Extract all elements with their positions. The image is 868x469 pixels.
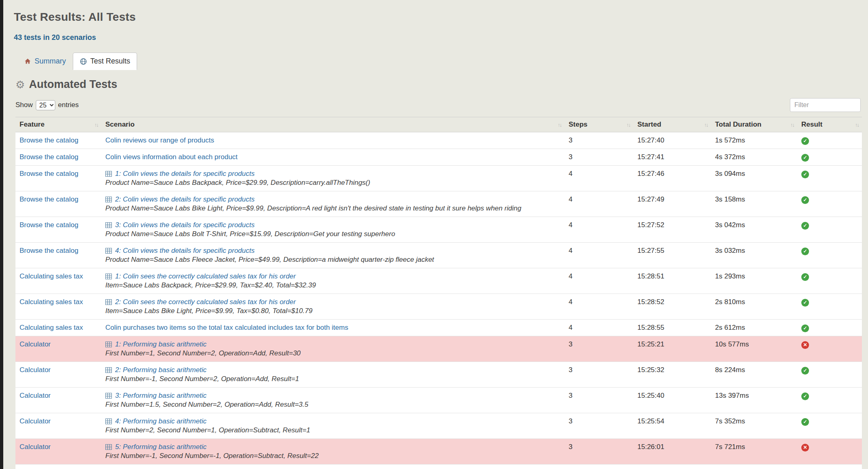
scenario-link[interactable]: 2: Colin views the details for specific … [115, 195, 255, 204]
feature-link[interactable]: Browse the catalog [20, 221, 79, 229]
column-label: Feature [20, 121, 44, 128]
duration-cell: 3s 032ms [711, 243, 797, 268]
column-header-scenario[interactable]: Scenario ↑↓ [101, 117, 565, 132]
gear-icon: ⚙ [15, 79, 25, 90]
started-cell: 15:28:51 [633, 268, 711, 294]
example-parameters: Item=Sauce Labs Bike Light, Price=$9.99,… [105, 307, 559, 316]
steps-cell: 3 [565, 362, 633, 388]
feature-link[interactable]: Calculator [20, 366, 51, 374]
column-header-total-duration[interactable]: Total Duration ↑↓ [711, 117, 797, 132]
duration-cell: 3s 094ms [711, 166, 797, 191]
scenario-link[interactable]: 1: Performing basic arithmetic [115, 340, 207, 349]
feature-link[interactable]: Browse the catalog [20, 247, 79, 254]
results-table: Feature ↑↓ Scenario ↑↓ Steps ↑↓ Started … [15, 117, 862, 469]
test-count-summary: 43 tests in 20 scenarios [14, 33, 862, 42]
result-badge: ✓ [801, 418, 809, 426]
scenario-link[interactable]: 3: Colin views the details for specific … [115, 221, 255, 230]
examples-table-icon [105, 342, 112, 347]
tab-summary[interactable]: Summary [17, 53, 73, 70]
feature-link[interactable]: Browse the catalog [20, 195, 79, 203]
table-row: Browse the catalog Colin views informati… [15, 149, 862, 166]
column-header-started[interactable]: Started ↑↓ [633, 117, 711, 132]
scenario-link[interactable]: 3: Performing basic arithmetic [115, 391, 207, 400]
steps-cell: 4 [565, 217, 633, 243]
scenario-link[interactable]: 2: Performing basic arithmetic [115, 366, 207, 375]
started-cell: 15:27:55 [633, 243, 711, 268]
feature-link[interactable]: Calculator [20, 417, 51, 425]
feature-link[interactable]: Calculating sales tax [20, 272, 83, 280]
examples-table-icon [105, 393, 112, 399]
scenario-link[interactable]: 1: Colin sees the correctly calculated s… [115, 272, 296, 281]
table-row: Browse the catalog 4: Colin views the de… [15, 243, 862, 268]
section-heading-label: Automated Tests [29, 78, 117, 91]
column-header-steps[interactable]: Steps ↑↓ [565, 117, 633, 132]
examples-table-icon [105, 299, 112, 305]
table-row: Calculator 4: Performing basic arithmeti… [15, 413, 862, 439]
feature-link[interactable]: Calculator [20, 340, 51, 348]
column-header-result[interactable]: Result ↑↓ [797, 117, 862, 132]
filter-input[interactable] [790, 98, 861, 112]
result-badge: ✓ [801, 273, 809, 281]
steps-cell: 4 [565, 268, 633, 294]
feature-link[interactable]: Calculating sales tax [20, 298, 83, 306]
column-header-feature[interactable]: Feature ↑↓ [15, 117, 101, 132]
duration-cell: 2s 612ms [711, 320, 797, 336]
started-cell: 15:25:40 [633, 388, 711, 413]
result-badge: ✓ [801, 392, 809, 400]
feature-link[interactable]: Browse the catalog [20, 170, 79, 178]
results-table-body: Browse the catalog Colin reviews our ran… [15, 132, 862, 469]
column-label: Scenario [105, 121, 135, 128]
scenario-link[interactable]: 4: Performing basic arithmetic [115, 417, 207, 426]
table-row: Browse the catalog 3: Colin views the de… [15, 217, 862, 243]
example-parameters: Product Name=Sauce Labs Bolt T-Shirt, Pr… [105, 230, 559, 239]
section-heading: ⚙ Automated Tests [15, 78, 862, 91]
result-badge: ✓ [801, 299, 809, 307]
result-badge: ✓ [801, 137, 809, 145]
scenario-link[interactable]: 4: Colin views the details for specific … [115, 246, 255, 255]
example-parameters: First Number=2, Second Number=1, Operati… [105, 426, 559, 435]
examples-table-icon [105, 171, 112, 177]
tab-summary-label: Summary [35, 57, 66, 66]
sort-icon: ↑↓ [704, 122, 708, 128]
started-cell: 15:27:46 [633, 166, 711, 191]
scenario-link[interactable]: Colin purchases two items so the total t… [105, 323, 348, 332]
scenario-link[interactable]: Colin views information about each produ… [105, 153, 238, 162]
table-row: Calculating sales tax 1: Colin sees the … [15, 268, 862, 294]
example-parameters: Item=Sauce Labs Backpack, Price=$29.99, … [105, 281, 559, 290]
result-badge: ✓ [801, 154, 809, 162]
started-cell: 15:25:32 [633, 362, 711, 388]
started-cell: 15:26:01 [633, 439, 711, 465]
examples-table-icon [105, 197, 112, 202]
feature-link[interactable]: Calculator [20, 443, 51, 451]
examples-table-icon [105, 419, 112, 424]
scenario-link[interactable]: 2: Colin sees the correctly calculated s… [115, 298, 296, 307]
example-parameters: First Number=1, Second Number=2, Operati… [105, 349, 559, 358]
examples-table-icon [105, 367, 112, 373]
sort-icon: ↑↓ [790, 122, 794, 128]
column-label: Total Duration [715, 121, 761, 128]
scenario-link[interactable]: Colin reviews our range of products [105, 136, 214, 145]
duration-cell: 2s 810ms [711, 294, 797, 320]
duration-cell: 7s 352ms [711, 413, 797, 439]
duration-cell: 7s 721ms [711, 439, 797, 465]
scenario-link[interactable]: 5: Performing basic arithmetic [115, 443, 207, 451]
feature-link[interactable]: Calculating sales tax [20, 324, 83, 331]
result-badge: ✓ [801, 171, 809, 178]
table-row: Calculator 5: Performing basic arithmeti… [15, 439, 862, 465]
scenario-link[interactable]: 1: Colin views the details for specific … [115, 169, 255, 178]
steps-cell: 4 [565, 294, 633, 320]
feature-link[interactable]: Browse the catalog [20, 136, 79, 144]
started-cell: 15:26:09 [633, 465, 711, 469]
column-label: Started [637, 121, 661, 128]
example-parameters: Product Name=Sauce Labs Fleece Jacket, P… [105, 255, 559, 264]
examples-table-icon [105, 248, 112, 254]
table-row: Calculator 3: Performing basic arithmeti… [15, 388, 862, 413]
steps-cell: 3 [565, 388, 633, 413]
result-badge: ✕ [801, 444, 809, 451]
globe-icon [80, 58, 87, 65]
tab-bar: Summary Test Results [17, 53, 862, 70]
feature-link[interactable]: Browse the catalog [20, 153, 79, 161]
page-size-select[interactable]: 25 [36, 100, 55, 110]
tab-test-results[interactable]: Test Results [73, 53, 137, 70]
feature-link[interactable]: Calculator [20, 392, 51, 399]
